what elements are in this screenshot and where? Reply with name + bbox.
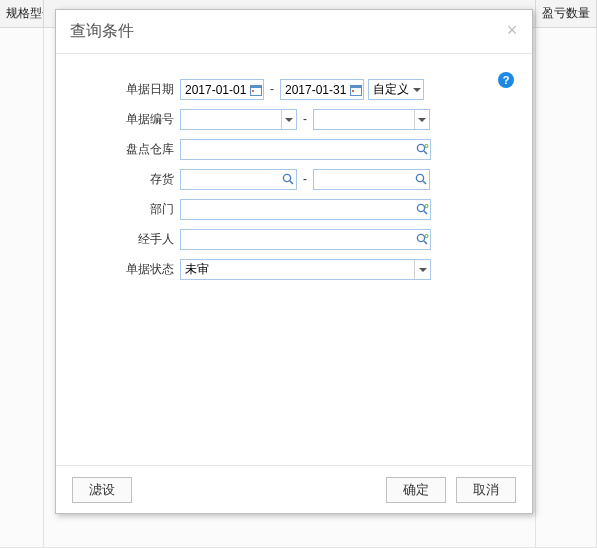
chevron-down-icon[interactable]	[414, 110, 429, 129]
chevron-down-icon[interactable]	[414, 260, 430, 279]
page: 规格型号 盈亏数量 查询条件 × ? 单据日期	[0, 0, 597, 548]
help-button[interactable]: ?	[498, 72, 514, 88]
svg-line-14	[424, 211, 427, 214]
docno-sep: -	[301, 112, 309, 126]
close-icon: ×	[507, 20, 518, 41]
search-plus-icon[interactable]	[414, 200, 430, 219]
chevron-down-icon[interactable]	[411, 80, 423, 99]
search-icon[interactable]	[282, 170, 296, 189]
dialog-footer: 滤设 确定 取消	[56, 465, 532, 513]
department-input[interactable]	[180, 199, 431, 220]
svg-rect-4	[351, 85, 362, 88]
date-mode-select[interactable]	[368, 79, 424, 100]
search-plus-icon[interactable]	[414, 230, 430, 249]
date-to-input[interactable]	[280, 79, 364, 100]
handler-input[interactable]	[180, 229, 431, 250]
label-date: 单据日期	[72, 81, 180, 98]
label-warehouse: 盘点仓库	[72, 141, 180, 158]
svg-rect-5	[352, 90, 354, 92]
filter-button[interactable]: 滤设	[72, 477, 132, 503]
docno-to-select[interactable]	[313, 109, 430, 130]
chevron-down-icon[interactable]	[281, 110, 296, 129]
calendar-icon[interactable]	[249, 80, 263, 99]
svg-line-7	[424, 151, 427, 154]
help-icon: ?	[503, 74, 510, 86]
label-inventory: 存货	[72, 171, 180, 188]
svg-line-10	[290, 181, 293, 184]
label-handler: 经手人	[72, 231, 180, 248]
svg-point-6	[417, 144, 424, 151]
inv-sep: -	[301, 172, 309, 186]
docno-from-select[interactable]	[180, 109, 297, 130]
search-plus-icon[interactable]	[414, 140, 430, 159]
ok-button[interactable]: 确定	[386, 477, 446, 503]
svg-point-13	[417, 204, 424, 211]
dialog-body: ? 单据日期 -	[56, 54, 532, 465]
close-button[interactable]: ×	[502, 20, 522, 40]
svg-point-9	[284, 174, 291, 181]
grid-header-qty[interactable]: 盈亏数量	[535, 0, 597, 27]
inventory-to-input[interactable]	[313, 169, 430, 190]
cancel-button[interactable]: 取消	[456, 477, 516, 503]
date-sep: -	[268, 82, 276, 96]
grid-header-spec[interactable]: 规格型号	[0, 0, 44, 27]
svg-line-17	[424, 241, 427, 244]
label-department: 部门	[72, 201, 180, 218]
status-select[interactable]	[180, 259, 431, 280]
svg-point-11	[417, 174, 424, 181]
label-status: 单据状态	[72, 261, 180, 278]
svg-rect-2	[252, 90, 254, 92]
inventory-from-input[interactable]	[180, 169, 297, 190]
svg-point-16	[417, 234, 424, 241]
label-docno: 单据编号	[72, 111, 180, 128]
calendar-icon[interactable]	[349, 80, 363, 99]
search-icon[interactable]	[415, 170, 429, 189]
date-from-input[interactable]	[180, 79, 264, 100]
svg-rect-1	[251, 85, 262, 88]
query-dialog: 查询条件 × ? 单据日期 -	[55, 9, 533, 514]
dialog-title: 查询条件	[56, 10, 532, 54]
svg-line-12	[423, 181, 426, 184]
warehouse-input[interactable]	[180, 139, 431, 160]
